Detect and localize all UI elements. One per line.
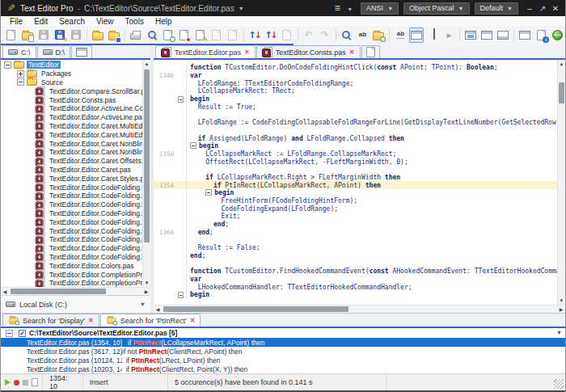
sidebar-tab-structure[interactable] bbox=[71, 45, 92, 58]
code-line[interactable]: LCollapseMarkRect: TRect; bbox=[154, 87, 557, 95]
spell-check-icon[interactable]: ab bbox=[393, 27, 408, 43]
close-tab-icon[interactable]: ✕ bbox=[349, 48, 355, 56]
code-line[interactable]: 1354 if PtInRect(LCollapseMarkRect, APoi… bbox=[154, 181, 557, 189]
selection-mode-icon[interactable]: ► bbox=[441, 27, 456, 43]
editor-tab[interactable]: TextEditor.Consts.pas✕ bbox=[256, 45, 361, 58]
code-line[interactable]: LHookedCommandHandler: TTextEditorHooked… bbox=[154, 283, 557, 291]
scroll-left-icon[interactable]: ◀ bbox=[154, 306, 162, 313]
tree-file-item[interactable]: TextEditor.Editor.ActiveLine.pas bbox=[1, 113, 142, 122]
resize-grip[interactable] bbox=[554, 379, 564, 389]
code-line[interactable] bbox=[154, 111, 557, 119]
tree-file-item[interactable]: TextEditor.Editor.CodeFolding.Color bbox=[1, 183, 142, 192]
code-line[interactable]: FreeHintForm(FCodeFoldingHintForm); bbox=[154, 197, 557, 205]
new-file-icon[interactable] bbox=[4, 27, 19, 43]
code-line[interactable]: begin bbox=[154, 142, 557, 150]
bookmark-icon[interactable] bbox=[425, 27, 440, 43]
find-icon[interactable] bbox=[145, 27, 159, 43]
tree-file-item[interactable]: TextEditor.Editor.CodeFolding.Hint. bbox=[1, 209, 142, 218]
code-line[interactable] bbox=[154, 236, 557, 244]
scroll-left-icon[interactable]: ◀ bbox=[1, 288, 9, 295]
open-in-browser-icon[interactable] bbox=[550, 27, 564, 43]
new-tab-button[interactable] bbox=[361, 45, 380, 58]
collapse-icon[interactable] bbox=[6, 330, 13, 337]
find-in-files-icon[interactable] bbox=[161, 27, 175, 43]
close-tab-icon[interactable]: ✕ bbox=[244, 48, 250, 56]
tree-file-item[interactable]: TextEditor.Compare.ScrollBar.pas bbox=[1, 86, 142, 95]
tree-file-item[interactable]: TextEditor.Editor.Caret.NonBlinking bbox=[1, 139, 142, 148]
close-tab-icon[interactable]: ✕ bbox=[88, 317, 94, 324]
tree-file-item[interactable]: TextEditor.Editor.Caret.NonBlinking bbox=[1, 148, 142, 157]
search-result-row[interactable]: TextEditor.Editor.pas (10203, 14): if Pt… bbox=[1, 365, 565, 373]
hamburger-menu-icon[interactable]: ≡ ▼ bbox=[335, 2, 353, 14]
title-path-dropdown-icon[interactable]: ▼ bbox=[239, 6, 244, 11]
file-info-icon[interactable]: i bbox=[534, 27, 548, 43]
open-folder-icon[interactable] bbox=[91, 27, 105, 43]
tree-file-item[interactable]: TextEditor.Editor.Colors.pas bbox=[1, 261, 142, 270]
tree-root-item[interactable]: TextEditor bbox=[1, 61, 142, 70]
tree-folder-item[interactable]: Source bbox=[1, 78, 142, 87]
code-line[interactable]: LFoldRange := CodeFoldingCollapsableFold… bbox=[154, 119, 557, 127]
scroll-up-icon[interactable]: ▲ bbox=[143, 60, 150, 68]
editor-tab[interactable]: TextEditor.Editor.pas✕ bbox=[155, 45, 256, 58]
code-line[interactable]: Result := False; bbox=[154, 244, 557, 252]
tree-file-item[interactable]: TextEditor.Editor.Caret.Styles.pas bbox=[1, 174, 142, 183]
expand-icon[interactable] bbox=[17, 70, 24, 78]
code-line[interactable]: CodeFoldingExpand(LFoldRange); bbox=[154, 204, 557, 213]
code-line[interactable]: end; bbox=[154, 252, 557, 260]
tree-file-item[interactable]: TextEditor.Editor.CompletionPropos bbox=[1, 270, 142, 279]
theme-dropdown[interactable]: Default▼ bbox=[475, 2, 518, 15]
search-result-row[interactable]: TextEditor.Editor.pas (1354, 10): if PtI… bbox=[1, 338, 565, 347]
code-line[interactable]: Result := True; bbox=[154, 103, 557, 111]
menu-file[interactable]: File bbox=[4, 17, 28, 26]
code-line[interactable] bbox=[154, 166, 557, 174]
search-results-tab[interactable]: Search for 'Display'✕ bbox=[2, 314, 99, 327]
menu-search[interactable]: Search bbox=[53, 17, 91, 26]
editor-horizontal-scrollbar[interactable]: ◀ ▶ bbox=[154, 305, 565, 313]
code-line[interactable]: 1340var bbox=[154, 72, 557, 80]
search-result-row[interactable]: TextEditor.Editor.pas (3617, 12):if not … bbox=[1, 347, 565, 356]
tree-file-item[interactable]: TextEditor.Editor.Caret.MultiEdit.Co bbox=[1, 122, 142, 131]
menu-edit[interactable]: Edit bbox=[28, 17, 53, 26]
group-checkbox[interactable]: ✓ bbox=[19, 330, 26, 337]
open-file-icon[interactable] bbox=[20, 27, 35, 43]
code-line[interactable]: end; bbox=[154, 221, 557, 229]
results-dropdown-icon[interactable]: ▼ bbox=[556, 330, 562, 335]
tree-file-item[interactable]: TextEditor.Editor.Caret.Offsets.pas bbox=[1, 157, 142, 166]
tree-file-item[interactable]: TextEditor.Editor.CodeFolding.Regio bbox=[1, 253, 142, 262]
code-editor[interactable]: function TCustomEditor.DoOnCodeFoldingHi… bbox=[154, 60, 565, 305]
sidebar-tab-drive[interactable]: C:\ bbox=[2, 45, 36, 58]
tree-file-item[interactable]: TextEditor.Editor.CodeFolding.Rang bbox=[1, 244, 142, 253]
tree-file-item[interactable]: TextEditor.Editor.CodeFolding.Hint. bbox=[1, 226, 142, 235]
replace-in-files-icon[interactable]: ✎ bbox=[193, 27, 208, 43]
tree-file-item[interactable]: TextEditor.Editor.ActiveLine.Colors. bbox=[1, 104, 142, 113]
scroll-up-icon[interactable]: ▲ bbox=[558, 60, 565, 68]
fold-collapse-icon[interactable] bbox=[190, 142, 196, 149]
macro-stop-icon[interactable] bbox=[23, 380, 28, 386]
code-line[interactable]: if LCollapseMarkRect.Right > FLeftMargin… bbox=[154, 174, 557, 182]
code-line[interactable]: function TCustomEditor.FindHookedCommand… bbox=[154, 268, 557, 276]
code-line[interactable]: LFoldRange: TTextEditorCodeFoldingRange; bbox=[154, 79, 557, 87]
tree-folder-item[interactable]: Packages bbox=[1, 70, 142, 78]
tree-file-item[interactable]: TextEditor.Editor.Caret.MultiEdit.pa bbox=[1, 130, 142, 139]
preview-icon[interactable] bbox=[463, 27, 478, 43]
menu-view[interactable]: View bbox=[91, 17, 120, 26]
sort-ascending-icon[interactable]: ↑↓ bbox=[247, 27, 262, 43]
tree-file-item[interactable]: TextEditor.Editor.CodeFolding.Hint. bbox=[1, 217, 142, 226]
drive-selector[interactable]: Local Disk (C:) ▼ bbox=[1, 295, 150, 313]
insert-mode[interactable]: Insert bbox=[83, 374, 168, 390]
fold-collapse-icon[interactable] bbox=[178, 292, 184, 298]
close-tab-icon[interactable]: ✕ bbox=[190, 317, 196, 324]
split-horizontal-icon[interactable] bbox=[479, 27, 494, 43]
collapse-icon[interactable] bbox=[4, 61, 11, 69]
tree-vertical-scrollbar[interactable]: ▲ ▼ bbox=[142, 60, 150, 287]
close-button[interactable]: ✕ bbox=[549, 4, 562, 13]
sidebar-toggle-icon[interactable] bbox=[409, 27, 424, 43]
search-results-tab[interactable]: Search for 'PtInRect'✕ bbox=[100, 314, 201, 327]
collapse-icon[interactable] bbox=[17, 78, 24, 86]
tree-horizontal-scrollbar[interactable]: ◀ ▶ bbox=[1, 287, 150, 295]
code-line[interactable]: function TCustomEditor.DoOnCodeFoldingHi… bbox=[154, 64, 557, 72]
replace-icon[interactable] bbox=[177, 27, 192, 43]
macro-record-icon[interactable] bbox=[14, 380, 19, 386]
tree-file-item[interactable]: TextEditor.Editor.CodeFolding.pas bbox=[1, 235, 142, 244]
tree-file-item[interactable]: TextEditor.Editor.CodeFolding.Hint. bbox=[1, 192, 142, 200]
